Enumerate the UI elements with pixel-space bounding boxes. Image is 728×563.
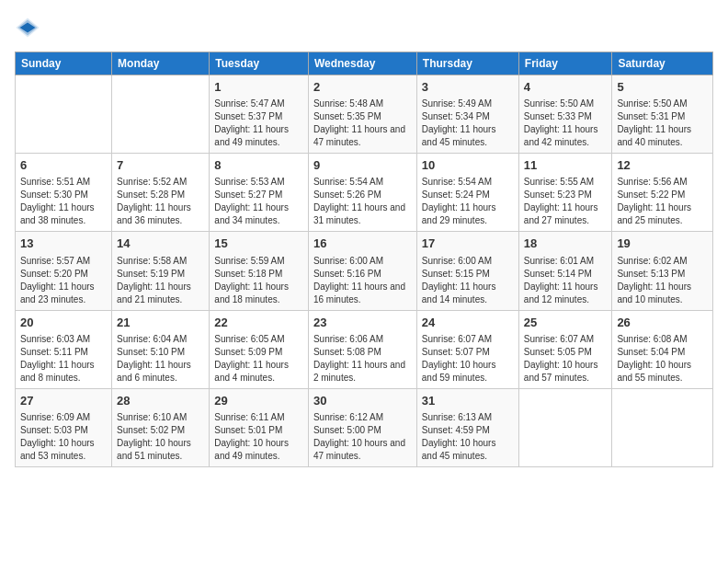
calendar-cell: 17Sunrise: 6:00 AMSunset: 5:15 PMDayligh… xyxy=(416,232,518,310)
day-number: 26 xyxy=(617,315,708,331)
day-info: Daylight: 11 hours and 8 minutes. xyxy=(20,359,107,385)
day-info: Daylight: 11 hours and 34 minutes. xyxy=(214,201,303,227)
day-info: Sunset: 5:04 PM xyxy=(617,346,708,359)
day-info: Sunrise: 6:03 AM xyxy=(20,333,107,346)
day-number: 2 xyxy=(313,79,412,96)
calendar-body: 1Sunrise: 5:47 AMSunset: 5:37 PMDaylight… xyxy=(16,75,713,467)
day-info: Daylight: 11 hours and 16 minutes. xyxy=(313,281,412,306)
day-info: Sunset: 5:09 PM xyxy=(214,346,303,359)
calendar-cell: 24Sunrise: 6:07 AMSunset: 5:07 PMDayligh… xyxy=(416,310,518,388)
day-number: 7 xyxy=(117,157,204,174)
day-number: 4 xyxy=(524,79,608,96)
day-number: 19 xyxy=(617,236,708,252)
calendar-cell: 12Sunrise: 5:56 AMSunset: 5:22 PMDayligh… xyxy=(612,154,713,232)
day-info: Sunrise: 5:53 AM xyxy=(214,176,303,189)
calendar-cell xyxy=(16,75,112,154)
day-info: Daylight: 11 hours and 38 minutes. xyxy=(20,201,107,227)
calendar-cell: 30Sunrise: 6:12 AMSunset: 5:00 PMDayligh… xyxy=(308,388,416,466)
day-info: Sunrise: 5:52 AM xyxy=(117,176,204,189)
calendar-cell: 16Sunrise: 6:00 AMSunset: 5:16 PMDayligh… xyxy=(308,232,416,310)
day-info: Sunrise: 5:56 AM xyxy=(617,176,708,189)
day-info: Sunrise: 6:11 AM xyxy=(214,411,303,424)
header-saturday: Saturday xyxy=(612,52,713,75)
day-info: Sunrise: 6:00 AM xyxy=(422,255,514,268)
calendar-cell: 29Sunrise: 6:11 AMSunset: 5:01 PMDayligh… xyxy=(210,388,309,466)
day-info: Sunrise: 5:49 AM xyxy=(422,98,514,110)
day-info: Sunrise: 6:01 AM xyxy=(524,255,608,268)
day-number: 23 xyxy=(313,315,412,331)
day-info: Sunset: 5:02 PM xyxy=(117,424,204,437)
day-info: Sunset: 5:14 PM xyxy=(524,268,608,281)
calendar-cell: 27Sunrise: 6:09 AMSunset: 5:03 PMDayligh… xyxy=(16,388,112,466)
day-number: 8 xyxy=(214,157,303,174)
day-info: Daylight: 11 hours and 12 minutes. xyxy=(524,281,608,306)
calendar-cell: 9Sunrise: 5:54 AMSunset: 5:26 PMDaylight… xyxy=(308,154,416,232)
header-friday: Friday xyxy=(518,52,612,75)
calendar-cell: 31Sunrise: 6:13 AMSunset: 4:59 PMDayligh… xyxy=(416,388,518,466)
day-info: Sunrise: 5:58 AM xyxy=(117,255,204,268)
day-info: Daylight: 11 hours and 18 minutes. xyxy=(214,281,303,306)
day-info: Daylight: 11 hours and 47 minutes. xyxy=(313,123,412,149)
day-info: Daylight: 11 hours and 42 minutes. xyxy=(524,123,608,149)
day-number: 12 xyxy=(617,157,708,174)
day-info: Sunrise: 5:57 AM xyxy=(20,255,107,268)
day-info: Sunset: 5:19 PM xyxy=(117,268,204,281)
day-number: 6 xyxy=(20,157,107,174)
day-info: Sunrise: 5:54 AM xyxy=(422,176,514,189)
day-number: 22 xyxy=(214,315,303,331)
day-info: Sunset: 5:27 PM xyxy=(214,189,303,201)
day-number: 5 xyxy=(617,79,708,96)
day-number: 13 xyxy=(20,236,107,252)
calendar-cell: 14Sunrise: 5:58 AMSunset: 5:19 PMDayligh… xyxy=(112,232,210,310)
day-info: Daylight: 10 hours and 45 minutes. xyxy=(422,437,514,463)
day-info: Sunrise: 6:04 AM xyxy=(117,333,204,346)
calendar-cell: 20Sunrise: 6:03 AMSunset: 5:11 PMDayligh… xyxy=(16,310,112,388)
calendar-cell: 19Sunrise: 6:02 AMSunset: 5:13 PMDayligh… xyxy=(612,232,713,310)
week-row-5: 27Sunrise: 6:09 AMSunset: 5:03 PMDayligh… xyxy=(16,388,713,466)
day-info: Sunset: 5:08 PM xyxy=(313,346,412,359)
calendar-cell: 8Sunrise: 5:53 AMSunset: 5:27 PMDaylight… xyxy=(210,154,309,232)
day-info: Sunrise: 5:55 AM xyxy=(524,176,608,189)
day-info: Sunset: 5:18 PM xyxy=(214,268,303,281)
day-info: Sunset: 5:10 PM xyxy=(117,346,204,359)
calendar-cell: 5Sunrise: 5:50 AMSunset: 5:31 PMDaylight… xyxy=(612,75,713,154)
day-info: Sunrise: 5:48 AM xyxy=(313,98,412,110)
day-info: Daylight: 11 hours and 36 minutes. xyxy=(117,201,204,227)
day-info: Daylight: 11 hours and 25 minutes. xyxy=(617,201,708,227)
logo-icon xyxy=(15,15,40,40)
day-info: Sunset: 4:59 PM xyxy=(422,424,514,437)
day-info: Sunrise: 5:59 AM xyxy=(214,255,303,268)
day-info: Sunset: 5:05 PM xyxy=(524,346,608,359)
day-number: 15 xyxy=(214,236,303,252)
day-info: Sunrise: 6:05 AM xyxy=(214,333,303,346)
day-info: Sunset: 5:03 PM xyxy=(20,424,107,437)
week-row-1: 1Sunrise: 5:47 AMSunset: 5:37 PMDaylight… xyxy=(16,75,713,154)
header-wednesday: Wednesday xyxy=(308,52,416,75)
day-info: Sunrise: 6:07 AM xyxy=(422,333,514,346)
day-info: Daylight: 11 hours and 23 minutes. xyxy=(20,281,107,306)
day-info: Sunrise: 5:50 AM xyxy=(617,98,708,110)
day-number: 18 xyxy=(524,236,608,252)
header-thursday: Thursday xyxy=(416,52,518,75)
day-info: Daylight: 10 hours and 57 minutes. xyxy=(524,359,608,385)
day-info: Sunrise: 5:54 AM xyxy=(313,176,412,189)
day-info: Sunset: 5:35 PM xyxy=(313,110,412,123)
day-number: 25 xyxy=(524,315,608,331)
calendar-cell: 21Sunrise: 6:04 AMSunset: 5:10 PMDayligh… xyxy=(112,310,210,388)
calendar-cell: 6Sunrise: 5:51 AMSunset: 5:30 PMDaylight… xyxy=(16,154,112,232)
calendar-cell: 25Sunrise: 6:07 AMSunset: 5:05 PMDayligh… xyxy=(518,310,612,388)
calendar-cell: 23Sunrise: 6:06 AMSunset: 5:08 PMDayligh… xyxy=(308,310,416,388)
day-info: Daylight: 11 hours and 10 minutes. xyxy=(617,281,708,306)
calendar-cell: 7Sunrise: 5:52 AMSunset: 5:28 PMDaylight… xyxy=(112,154,210,232)
calendar-cell: 18Sunrise: 6:01 AMSunset: 5:14 PMDayligh… xyxy=(518,232,612,310)
day-info: Sunset: 5:00 PM xyxy=(313,424,412,437)
day-info: Sunrise: 6:12 AM xyxy=(313,411,412,424)
calendar-cell: 3Sunrise: 5:49 AMSunset: 5:34 PMDaylight… xyxy=(416,75,518,154)
calendar-header: SundayMondayTuesdayWednesdayThursdayFrid… xyxy=(16,52,713,75)
day-info: Sunset: 5:15 PM xyxy=(422,268,514,281)
day-info: Sunset: 5:16 PM xyxy=(313,268,412,281)
day-info: Daylight: 10 hours and 59 minutes. xyxy=(422,359,514,385)
day-info: Daylight: 11 hours and 31 minutes. xyxy=(313,201,412,227)
calendar-table: SundayMondayTuesdayWednesdayThursdayFrid… xyxy=(15,52,713,467)
logo xyxy=(15,15,44,40)
